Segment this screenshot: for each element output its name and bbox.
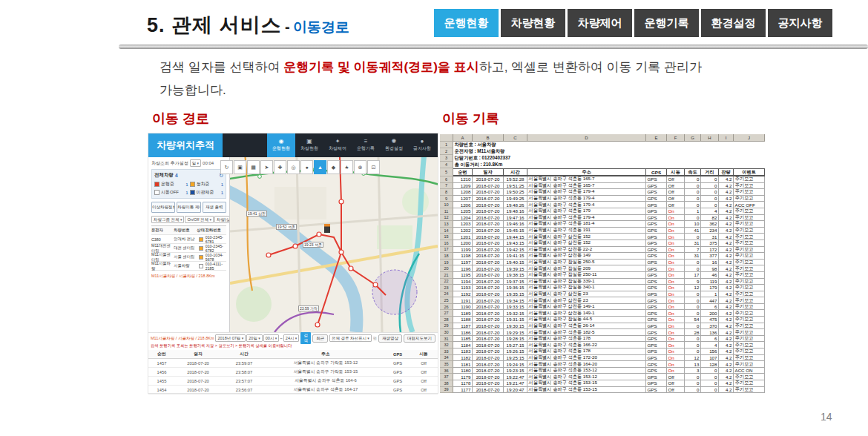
xl-cell: 서울특별시 송파구 석촌동 164-20 bbox=[527, 361, 646, 368]
tab-notice[interactable]: 공지사항 bbox=[768, 9, 832, 37]
xl-cell: 서울특별시 송파구 석촌동 191 bbox=[527, 228, 646, 234]
xl-cell: 19:22:47 bbox=[504, 374, 527, 380]
xl-data-row: 1212042018-07-2019:47:16서울특별시 송파구 석촌동 17… bbox=[440, 215, 766, 222]
xl-cell: GPS bbox=[646, 355, 667, 362]
xl-data-row: 1612002018-07-2019:43:15서울특별시 송파구 삼전동 15… bbox=[440, 240, 766, 247]
xl-cell: 0 bbox=[701, 189, 719, 196]
date-select[interactable]: 24시 bbox=[283, 334, 300, 342]
ma-nav-driving-record[interactable]: ≡운행기록 bbox=[352, 133, 380, 157]
xl-cell: GPS bbox=[646, 272, 667, 279]
ma-nav-operation-status[interactable]: ◉운행현황 bbox=[267, 133, 295, 157]
xl-cell: 1179 bbox=[453, 374, 473, 380]
date-select[interactable]: 20일 bbox=[246, 334, 263, 342]
xl-cell: GPS bbox=[646, 304, 667, 311]
filter-select[interactable]: 일 bbox=[190, 159, 201, 167]
record-cell: 서울특별시 송파구 석촌동 164-17 bbox=[267, 386, 384, 393]
tab-vehicle-status[interactable]: 차량현황 bbox=[501, 9, 565, 37]
xl-cell: 1188 bbox=[453, 317, 473, 323]
xl-cell: GPS bbox=[646, 260, 667, 266]
record-col-header: 주소 bbox=[267, 351, 384, 357]
xl-cell: GPS bbox=[646, 323, 667, 330]
measure-icon[interactable]: ✚ bbox=[274, 160, 286, 174]
target-icon[interactable]: ▲ bbox=[314, 160, 326, 174]
bulb-icon[interactable]: ● bbox=[300, 160, 313, 174]
ma-nav-notice[interactable]: ●공지사항 bbox=[408, 133, 436, 157]
ma-nav-vehicle-status[interactable]: ▣차량현황 bbox=[295, 133, 323, 157]
traffic-icon[interactable]: ⊕ bbox=[354, 160, 366, 174]
xl-cell: 서울특별시 송파구 석촌동 153-15 bbox=[527, 380, 646, 387]
xl-cell: 주기보고 bbox=[734, 329, 765, 336]
xl-cell: 82 bbox=[701, 215, 719, 222]
refresh-icon[interactable]: ↻ bbox=[220, 160, 233, 174]
sidebar-button[interactable]: 재생 출력 bbox=[203, 202, 226, 213]
xl-cell: 1197 bbox=[453, 260, 473, 266]
vehicle-col-header: 전화번호 bbox=[206, 228, 226, 233]
record-row[interactable]: 14552018-07-2023:57:07서울특별시 송파구 석촌동 164-… bbox=[148, 377, 438, 386]
map-area[interactable]: 19:41 삼전 19:52 석촌 19:23 석촌 23:59 가락 bbox=[230, 157, 438, 332]
record-row[interactable]: 14542018-07-2023:56:07서울특별시 송파구 석촌동 164-… bbox=[148, 386, 438, 394]
record-row[interactable]: 14562018-07-2023:58:07서울특별시 송파구 가락동 153-… bbox=[148, 368, 438, 377]
status-count: 1 bbox=[221, 191, 223, 195]
xl-cell: 2018-07-20 bbox=[473, 272, 504, 279]
tab-driving-record[interactable]: 운행기록 bbox=[634, 9, 699, 37]
xl-cell: 2018-07-20 bbox=[473, 228, 504, 234]
xl-row-number: 32 bbox=[440, 342, 453, 349]
tab-env-settings[interactable]: 환경설정 bbox=[701, 9, 766, 37]
xl-cell: 4.2 bbox=[719, 221, 734, 228]
xl-cell: 4.2 bbox=[719, 234, 734, 240]
desc-pre: 검색 일자를 선택하여 bbox=[160, 60, 283, 74]
xl-cell: 13 bbox=[685, 361, 701, 368]
xl-cell: 1177 bbox=[453, 387, 473, 394]
xl-cell: 주기보고 bbox=[734, 196, 765, 202]
vehicle-row[interactable]: M11서울차량서울차량010-4111-2185 bbox=[151, 262, 226, 271]
xl-cell: Off bbox=[667, 374, 685, 380]
xl-row-number: 27 bbox=[440, 310, 453, 317]
xl-cell: GPS bbox=[646, 208, 667, 215]
tab-vehicle-control[interactable]: 차량제어 bbox=[568, 9, 632, 37]
search-button[interactable]: 검색 bbox=[300, 332, 311, 344]
record-col-header: 시간 bbox=[221, 351, 267, 357]
tab-operation-status[interactable]: 운행현황 bbox=[434, 9, 499, 37]
large-map-button[interactable]: 대형지도보기 bbox=[404, 334, 435, 343]
sidebar-button[interactable]: 이상차량정보 bbox=[151, 202, 175, 213]
date-select[interactable]: 2018년 07월 bbox=[215, 334, 246, 342]
zoom-box-icon[interactable]: ▣ bbox=[234, 160, 246, 174]
sidebar-select[interactable]: 차량(상세검색) bbox=[214, 216, 230, 223]
xl-cell: 1209 bbox=[453, 183, 473, 190]
layers-icon[interactable]: ▦ bbox=[247, 160, 260, 174]
map-point-label: 19:52 석촌 bbox=[276, 224, 297, 230]
xl-cell: 주기보고 bbox=[734, 342, 765, 349]
ma-nav-env-settings[interactable]: ✺환경설정 bbox=[380, 133, 408, 157]
xl-letters-row: ABCDEFGHIJ bbox=[440, 134, 766, 142]
sidebar-select[interactable]: 차량그룹 전체 bbox=[151, 216, 184, 223]
xl-cell: 19:41:15 bbox=[504, 253, 527, 260]
xl-cell: 0 bbox=[685, 374, 701, 380]
xl-cell: 4.2 bbox=[719, 368, 734, 374]
sidebar-button[interactable]: 차량이동 제어 bbox=[177, 202, 200, 213]
replay-button[interactable]: 재생영상 bbox=[378, 334, 402, 343]
xl-cell: 1186 bbox=[453, 329, 473, 336]
date-select[interactable]: 00시 bbox=[263, 334, 280, 342]
people-icon[interactable]: ★ bbox=[341, 160, 353, 174]
ma-nav-vehicle-control[interactable]: ✦차량제어 bbox=[323, 133, 352, 157]
poi-icon[interactable]: ◎ bbox=[287, 160, 300, 174]
route-display-select[interactable]: 전체 경로 차선표시 bbox=[329, 334, 372, 342]
fullscreen-icon[interactable]: ⊡ bbox=[367, 160, 380, 174]
xl-cell: 0 bbox=[701, 380, 719, 387]
xl-cell: 서울특별시 송파구 석촌동 26-14 bbox=[527, 323, 646, 330]
filter-label: 차량조회 추가설정 bbox=[151, 160, 188, 167]
xl-info-row: 4총 이동거리 : 210.8Km bbox=[440, 162, 766, 168]
recent-button[interactable]: 최근 bbox=[312, 334, 328, 343]
record-row[interactable]: 14572018-07-2023:59:07서울특별시 송파구 가락동 153-… bbox=[148, 359, 438, 368]
xl-cell: GPS bbox=[646, 374, 667, 380]
xl-cell: H bbox=[701, 134, 719, 142]
sidebar-select[interactable]: On/Off 전체 bbox=[185, 216, 214, 223]
route-icon[interactable]: ➤ bbox=[260, 160, 273, 174]
xl-cell: 6 bbox=[701, 336, 719, 343]
xl-cell: 19:26:15 bbox=[504, 349, 527, 355]
record-cell: 23:59:07 bbox=[221, 361, 267, 366]
marker-icon[interactable]: ◆ bbox=[327, 160, 340, 174]
xl-cell: 19:45:15 bbox=[504, 228, 527, 234]
xl-cell: 주기보고 bbox=[734, 304, 765, 311]
xl-cell: 2018-07-20 bbox=[473, 260, 504, 266]
